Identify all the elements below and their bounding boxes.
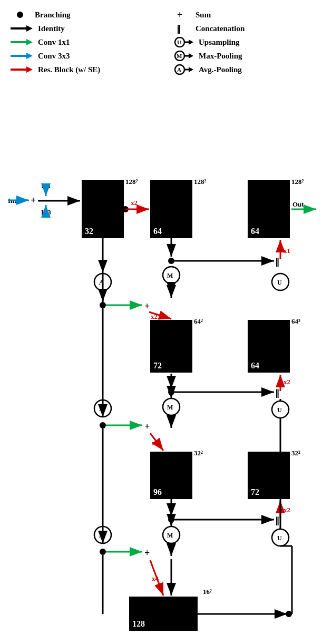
svg-line-59 — [149, 312, 171, 319]
svg-line-104 — [150, 560, 163, 596]
legend-sum: + Sum — [171, 9, 321, 20]
legend-conv1x1-label: Conv 1x1 — [38, 38, 70, 47]
svg-text:In2: In2 — [8, 197, 18, 204]
svg-text:x2: x2 — [131, 199, 138, 207]
svg-marker-10 — [189, 40, 193, 45]
resblock-icon — [11, 66, 33, 73]
legend-conv1x1: Conv 1x1 — [11, 37, 161, 47]
legend-concat: ‖ Concatenation — [171, 23, 321, 34]
fm8-label: 128 — [132, 619, 145, 629]
legend-identity-label: Identity — [38, 24, 65, 33]
fm7-size: 32² — [291, 449, 300, 457]
svg-text:M: M — [167, 532, 173, 539]
svg-point-41 — [168, 258, 174, 264]
avgpool-icon: A — [171, 64, 193, 75]
svg-point-84 — [168, 516, 174, 523]
svg-point-62 — [168, 389, 174, 395]
svg-marker-6 — [26, 39, 33, 45]
svg-point-51 — [163, 267, 180, 284]
svg-text:+: + — [144, 548, 150, 558]
diagram: In1 In2 In3 + x2 ‖ x1 Out — [0, 83, 332, 644]
svg-text:M: M — [167, 404, 173, 411]
svg-text:x1: x1 — [284, 247, 290, 255]
svg-marker-12 — [26, 53, 33, 59]
svg-text:x4: x4 — [152, 574, 159, 582]
svg-text:‖: ‖ — [275, 516, 279, 525]
fm7-label: 72 — [251, 487, 259, 497]
svg-text:x2: x2 — [284, 506, 290, 514]
legend-sum-label: Sum — [196, 11, 211, 19]
svg-text:U: U — [177, 39, 181, 45]
svg-text:+: + — [144, 421, 150, 432]
legend-identity: Identity — [11, 23, 161, 34]
svg-text:‖: ‖ — [275, 388, 279, 398]
svg-text:x2: x2 — [151, 313, 158, 320]
fm5: 64 — [248, 320, 290, 373]
conv3x3-icon — [11, 52, 33, 60]
legend: Branching + Sum Identity ‖ Concatenation… — [0, 0, 332, 80]
svg-text:x2: x2 — [284, 378, 290, 386]
legend-resblock: Res. Block (w/ SE) — [11, 64, 161, 75]
svg-point-101 — [100, 549, 106, 555]
svg-marker-3 — [26, 25, 33, 32]
fm6-label: 96 — [153, 487, 162, 497]
legend-branching-label: Branching — [35, 11, 71, 19]
fm3: 64 — [248, 180, 290, 238]
fm3-size: 128² — [291, 178, 304, 186]
svg-point-108 — [286, 611, 292, 617]
svg-text:+: + — [31, 195, 36, 206]
svg-text:In1: In1 — [41, 182, 51, 190]
fm4-size: 64² — [194, 317, 203, 326]
legend-concat-label: Concatenation — [196, 24, 245, 33]
svg-text:+: + — [144, 301, 150, 311]
fm5-label: 64 — [251, 361, 259, 370]
svg-text:M: M — [177, 53, 182, 59]
legend-avgpool: A Avg.-Pooling — [171, 64, 321, 75]
svg-text:A: A — [177, 66, 181, 73]
svg-text:A: A — [99, 405, 104, 413]
fm2-label: 64 — [153, 227, 162, 236]
identity-icon — [11, 25, 33, 32]
svg-point-56 — [100, 302, 106, 308]
svg-text:A: A — [99, 279, 104, 286]
svg-text:x3: x3 — [152, 439, 159, 447]
maxpool-icon: M — [171, 51, 193, 61]
legend-upsample-label: Upsampling — [199, 38, 240, 47]
svg-text:Out: Out — [292, 200, 304, 208]
fm4: 72 — [150, 320, 192, 373]
svg-line-81 — [150, 433, 163, 451]
svg-text:M: M — [167, 272, 173, 279]
fm1-label: 32 — [85, 227, 93, 236]
fm8: 128 — [129, 597, 198, 631]
branching-icon — [11, 9, 30, 20]
legend-upsample: U Upsampling — [171, 37, 321, 47]
fm2-size: 128² — [194, 178, 206, 186]
svg-point-48 — [94, 274, 111, 290]
legend-maxpool-label: Max-Pooling — [199, 52, 242, 61]
legend-resblock-label: Res. Block (w/ SE) — [38, 65, 100, 74]
sum-icon: + — [171, 9, 190, 20]
fm2: 64 — [150, 180, 192, 238]
svg-point-0 — [17, 12, 23, 18]
upsample-icon: U — [171, 37, 193, 47]
svg-text:‖: ‖ — [275, 257, 279, 267]
fm5-size: 64² — [291, 317, 300, 326]
svg-text:‖: ‖ — [177, 24, 181, 34]
conv1x1-icon — [11, 38, 33, 46]
svg-text:+: + — [177, 9, 182, 20]
svg-point-78 — [100, 422, 106, 428]
legend-conv3x3-label: Conv 3x3 — [38, 52, 70, 61]
fm1: 32 — [82, 180, 124, 238]
svg-point-67 — [272, 401, 289, 418]
svg-text:U: U — [277, 279, 282, 286]
legend-conv3x3: Conv 3x3 — [11, 51, 161, 61]
svg-point-89 — [272, 529, 289, 546]
svg-text:In3: In3 — [41, 208, 51, 216]
fm4-label: 72 — [153, 361, 162, 370]
svg-text:A: A — [99, 532, 104, 539]
concat-icon: ‖ — [171, 23, 190, 34]
svg-marker-16 — [189, 53, 193, 58]
legend-maxpool: M Max-Pooling — [171, 51, 321, 61]
svg-text:16²: 16² — [203, 588, 212, 596]
legend-avgpool-label: Avg.-Pooling — [199, 65, 242, 74]
